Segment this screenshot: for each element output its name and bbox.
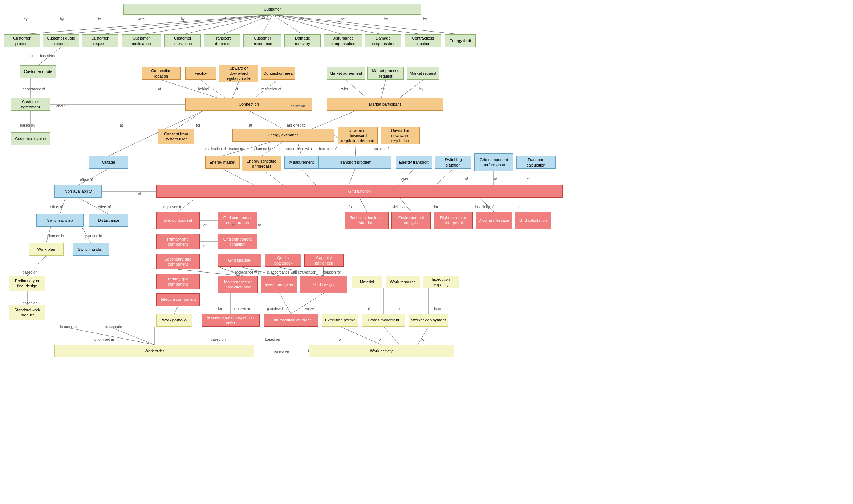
node-customer[interactable]: Customer <box>123 4 421 15</box>
relationship-label: deployed to <box>163 205 182 209</box>
node-upward-downward-offer[interactable]: Upward or downward regulation offer <box>219 65 258 82</box>
svg-line-9 <box>272 15 383 34</box>
node-maintenance-inspection-order[interactable]: Maintenance or inspection order <box>202 314 260 327</box>
node-tertiary-grid-component[interactable]: Tertiary grid component <box>156 274 200 289</box>
node-transport-problem[interactable]: Transport problem <box>319 156 391 169</box>
node-measurement[interactable]: Measurement <box>284 156 319 169</box>
node-grid-component-condition[interactable]: Grid component condition <box>218 234 257 249</box>
node-work-resource[interactable]: Work resource <box>386 276 420 288</box>
node-customer-interaction[interactable]: Customer interaction <box>164 34 201 47</box>
node-quality-bottleneck[interactable]: Quality bottleneck <box>265 254 301 267</box>
node-outage[interactable]: Outage <box>89 156 128 169</box>
node-energy-market[interactable]: Energy market <box>205 156 240 169</box>
relationship-label: over <box>401 177 408 181</box>
node-congestion-area[interactable]: Congestion area <box>261 67 295 80</box>
svg-line-39 <box>436 169 453 185</box>
node-customer-quote-request[interactable]: Customer quote request <box>43 34 79 47</box>
node-grid-calculation[interactable]: Grid calculation <box>515 212 551 229</box>
relationship-label: determined with <box>286 147 312 151</box>
node-market-request[interactable]: Market request <box>407 67 439 80</box>
node-work-order[interactable]: Work order <box>54 345 254 357</box>
node-environmental-analysis[interactable]: Environmental analysis <box>391 212 431 229</box>
relationship-label: from <box>261 17 269 21</box>
node-switching-plan[interactable]: Switching plan <box>73 243 109 256</box>
node-customer-request[interactable]: Customer request <box>82 34 118 47</box>
node-standard-work-product[interactable]: Standard work product <box>9 305 45 320</box>
node-market-agreement[interactable]: Market agreement <box>327 67 365 80</box>
node-execution-capacity[interactable]: Execution capacity <box>423 276 459 288</box>
node-energy-exchange[interactable]: Energy exchange <box>232 129 334 142</box>
node-goods-movement[interactable]: Goods movement <box>362 314 405 327</box>
node-grid-function[interactable]: Grid function <box>156 185 563 198</box>
node-work-activity[interactable]: Work activity <box>309 345 454 357</box>
node-damage-compensation[interactable]: Damage compensation <box>365 34 401 47</box>
node-contractless-situation[interactable]: Contractless situation <box>405 34 441 47</box>
node-execution-permit[interactable]: Execution permit <box>322 314 358 327</box>
node-work-portfolio[interactable]: Work portfolio <box>156 314 192 327</box>
node-non-availability[interactable]: Non-availability <box>54 185 102 198</box>
node-grid-design[interactable]: Grid design <box>300 276 347 293</box>
node-consent-system-user[interactable]: Consent from system user <box>158 129 194 144</box>
relationship-label: prioritised in <box>267 307 287 311</box>
node-grid-component-performance[interactable]: Grid component performance <box>474 153 513 171</box>
node-energy-transport[interactable]: Energy transport <box>396 156 432 169</box>
svg-line-1 <box>61 15 272 34</box>
node-secondary-grid-component[interactable]: Secondary grid component <box>156 254 200 269</box>
relationship-label: for <box>434 205 438 209</box>
node-customer-agreement[interactable]: Customer agreement <box>11 98 50 111</box>
relationship-label: for <box>301 17 306 21</box>
node-damage-recovery[interactable]: Damage recovery <box>284 34 321 47</box>
node-upward-downward-demand[interactable]: Upward or downward regulation demand <box>338 127 378 144</box>
relationship-label: solution for <box>374 147 392 151</box>
relationship-label: at <box>158 87 161 91</box>
node-disturbance-compensation[interactable]: Disturbance compensation <box>324 34 362 47</box>
node-grid-component-config[interactable]: Grid component configuration <box>218 212 257 229</box>
diagram-canvas: CustomerCustomer productCustomer quote r… <box>0 0 853 504</box>
node-investment-plan[interactable]: Investment plan <box>261 276 297 293</box>
node-right-rem-route[interactable]: Right in rem or route permit <box>434 212 473 229</box>
node-customer-experience[interactable]: Customer experience <box>243 34 281 47</box>
node-energy-theft[interactable]: Energy theft <box>445 34 476 47</box>
node-telecom-component[interactable]: Telecom component <box>156 293 200 306</box>
node-transport-demand[interactable]: Transport demand <box>204 34 240 47</box>
svg-line-37 <box>349 169 355 185</box>
relationship-label: planned in <box>254 147 271 151</box>
node-customer-product[interactable]: Customer product <box>4 34 40 47</box>
svg-line-24 <box>312 111 356 129</box>
node-facility[interactable]: Facility <box>185 67 216 80</box>
node-material[interactable]: Material <box>352 276 382 288</box>
node-market-participant[interactable]: Market participant <box>327 98 443 111</box>
node-energy-schedule-forecast[interactable]: Energy schedule or forecast <box>242 156 281 171</box>
node-technical-business-standard[interactable]: Technical business standard <box>345 212 389 229</box>
relationship-label: at <box>232 223 235 227</box>
node-switching-situation[interactable]: Switching situation <box>435 156 471 169</box>
node-digging-message[interactable]: Digging message <box>476 212 512 229</box>
node-customer-quote[interactable]: Customer quote <box>20 65 56 78</box>
node-grid-component[interactable]: Grid component <box>156 212 200 229</box>
relationship-label: solution for <box>323 270 341 274</box>
node-customer-invoice[interactable]: Customer invoice <box>11 132 50 145</box>
node-upward-downward-regulation[interactable]: Upward or downward regulation <box>381 127 420 144</box>
node-capacity-bottleneck[interactable]: Capacity bottleneck <box>304 254 344 267</box>
node-maintenance-inspection-plan[interactable]: Maintenance or inspection plan <box>218 276 258 293</box>
relationship-label: for <box>349 205 353 209</box>
node-transport-calculation[interactable]: Transport calculation <box>516 156 556 169</box>
relationship-label: of <box>138 192 141 196</box>
relationship-label: traded on <box>229 147 244 151</box>
node-connection-location[interactable]: Connection location <box>142 67 181 80</box>
relationship-label: by <box>419 87 423 91</box>
node-market-process-request[interactable]: Market process request <box>367 67 404 80</box>
svg-line-65 <box>280 293 291 314</box>
relationship-label: for <box>196 123 200 127</box>
svg-line-3 <box>141 15 272 34</box>
node-grid-strategy[interactable]: Grid strategy <box>218 254 261 267</box>
node-grid-modification-order[interactable]: Grid modification order <box>264 314 318 327</box>
node-switching-step[interactable]: Switching step <box>36 214 84 227</box>
node-worker-deployment[interactable]: Worker deployment <box>409 314 448 327</box>
node-customer-notification[interactable]: Customer notification <box>122 34 161 47</box>
node-work-plan[interactable]: Work plan <box>29 243 64 256</box>
node-disturbance[interactable]: Disturbance <box>89 214 128 227</box>
node-preliminary-final-design[interactable]: Preliminary or final design <box>9 276 45 291</box>
svg-line-52 <box>519 198 533 212</box>
node-primary-grid-component[interactable]: Primary grid component <box>156 234 200 249</box>
